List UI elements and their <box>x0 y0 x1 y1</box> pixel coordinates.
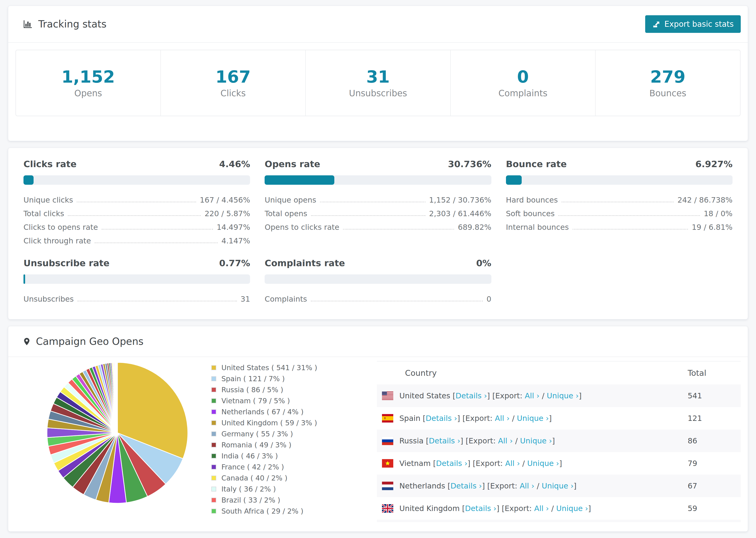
geo-table-header-country: Country <box>377 368 688 378</box>
stat-box-unsubscribes: 31 Unsubscribes <box>305 50 450 116</box>
geo-table-column: Country Total United States [Details ›] … <box>377 361 741 522</box>
legend-swatch <box>211 409 216 414</box>
stat-label: Complaints <box>451 88 595 98</box>
legend-swatch <box>211 464 216 469</box>
stat-box-bounces: 279 Bounces <box>595 50 740 116</box>
export-all-link[interactable]: All › <box>534 504 549 513</box>
rate-progress-track <box>265 175 491 185</box>
export-all-link[interactable]: All › <box>525 391 540 400</box>
rate-detail-value: 18 / 0% <box>704 209 732 218</box>
geo-opens-title-text: Campaign Geo Opens <box>36 336 143 347</box>
country-total: 79 <box>688 459 741 468</box>
legend-item: South Africa ( 29 / 2% ) <box>211 507 377 515</box>
legend-swatch <box>211 376 216 381</box>
export-basic-stats-button[interactable]: Export basic stats <box>645 15 741 33</box>
legend-label: United States ( 541 / 31% ) <box>221 364 317 372</box>
rate-detail-label: Soft bounces <box>506 209 555 218</box>
dotted-leader <box>77 202 196 202</box>
rate-section-bounce-rate: Bounce rate 6.927% Hard bounces 242 / 86… <box>506 159 732 250</box>
export-unique-link[interactable]: Unique › <box>517 414 549 423</box>
stat-box-complaints: 0 Complaints <box>450 50 595 116</box>
legend-item: Germany ( 55 / 3% ) <box>211 430 377 438</box>
legend-swatch <box>211 420 216 425</box>
legend-item: Spain ( 121 / 7% ) <box>211 375 377 383</box>
export-all-link[interactable]: All › <box>495 414 510 423</box>
geo-opens-card: Campaign Geo Opens United States ( 541 /… <box>8 326 748 532</box>
country-name: Spain <box>399 414 420 423</box>
rate-detail-value: 242 / 86.738% <box>677 195 732 204</box>
dotted-leader <box>320 202 425 202</box>
rate-progress-fill <box>265 175 334 185</box>
flag-es-icon <box>382 414 393 422</box>
legend-label: Spain ( 121 / 7% ) <box>221 375 285 383</box>
dotted-leader <box>68 215 201 216</box>
export-all-link[interactable]: All › <box>498 436 513 445</box>
legend-item: Canada ( 40 / 2% ) <box>211 474 377 482</box>
country-name: United Kingdom <box>399 504 460 513</box>
rates-card: Clicks rate 4.46% Unique clicks 167 / 4.… <box>8 148 748 319</box>
details-link[interactable]: Details › <box>451 481 482 490</box>
export-all-link[interactable]: All › <box>505 459 520 468</box>
legend-swatch <box>211 487 216 492</box>
legend-item: Italy ( 36 / 2% ) <box>211 485 377 493</box>
legend-label: Brazil ( 33 / 2% ) <box>221 496 280 504</box>
geo-table-clip: Country Total United States [Details ›] … <box>377 361 741 522</box>
legend-swatch <box>211 498 216 503</box>
export-unique-link[interactable]: Unique › <box>556 504 588 513</box>
details-link[interactable]: Details › <box>465 504 497 513</box>
rate-detail-row: Unsubscribes 31 <box>24 295 250 303</box>
rate-detail-row: Hard bounces 242 / 86.738% <box>506 195 732 204</box>
legend-swatch <box>211 431 216 436</box>
geo-table-row-vn: Vietnam [Details ›] [Export: All › / Uni… <box>377 452 741 475</box>
rate-detail-value: 14.497% <box>217 223 250 232</box>
geo-opens-pie-chart <box>46 361 189 505</box>
rate-detail-row: Clicks to opens rate 14.497% <box>24 223 250 232</box>
rate-detail-label: Total opens <box>265 209 307 218</box>
rate-title: Clicks rate <box>24 159 77 169</box>
rate-section-opens-rate: Opens rate 30.736% Unique opens 1,152 / … <box>265 159 491 250</box>
stat-value: 1,152 <box>16 67 160 87</box>
export-all-link[interactable]: All › <box>519 481 534 490</box>
details-link[interactable]: Details › <box>429 436 460 445</box>
rate-detail-value: 220 / 5.87% <box>204 209 250 218</box>
export-unique-link[interactable]: Unique › <box>542 481 573 490</box>
geo-table-row-us: United States [Details ›] [Export: All ›… <box>377 385 741 407</box>
stat-value: 0 <box>451 67 595 87</box>
rate-detail-value: 167 / 4.456% <box>200 195 250 204</box>
legend-label: Germany ( 55 / 3% ) <box>221 430 293 438</box>
rate-detail-label: Internal bounces <box>506 223 569 232</box>
tracking-stats-card: Tracking stats Export basic stats 1,152 … <box>8 6 748 141</box>
dotted-leader <box>558 215 700 216</box>
details-link[interactable]: Details › <box>436 459 467 468</box>
export-button-label: Export basic stats <box>665 20 734 28</box>
flag-vn-icon <box>382 459 393 467</box>
stats-summary-row: 1,152 Opens 167 Clicks 31 Unsubscribes 0… <box>16 50 740 116</box>
details-link[interactable]: Details › <box>456 391 487 400</box>
geo-table-row-ru: Russia [Details ›] [Export: All › / Uniq… <box>377 430 741 452</box>
rate-section-complaints-rate: Complaints rate 0% Complaints 0 <box>265 258 491 308</box>
export-unique-link[interactable]: Unique › <box>527 459 559 468</box>
details-link[interactable]: Details › <box>426 414 457 423</box>
country-name: Vietnam <box>399 459 431 468</box>
geo-table-row-gb: United Kingdom [Details ›] [Export: All … <box>377 497 741 520</box>
dashboard-page: Tracking stats Export basic stats 1,152 … <box>0 0 756 532</box>
legend-swatch <box>211 509 216 513</box>
rate-detail-label: Clicks to opens rate <box>24 223 98 232</box>
rate-detail-value: 689.82% <box>458 223 491 232</box>
rate-title: Complaints rate <box>265 258 345 268</box>
tracking-stats-header: Tracking stats Export basic stats <box>8 6 748 43</box>
rate-title: Bounce rate <box>506 159 567 169</box>
export-unique-link[interactable]: Unique › <box>547 391 579 400</box>
dotted-leader <box>311 301 483 301</box>
geo-opens-body: United States ( 541 / 31% ) Spain ( 121 … <box>8 357 748 531</box>
rate-progress-fill <box>506 175 522 185</box>
stat-box-clicks: 167 Clicks <box>160 50 305 116</box>
legend-label: France ( 42 / 2% ) <box>221 463 284 471</box>
rate-detail-label: Opens to clicks rate <box>265 223 339 232</box>
country-total: 59 <box>688 504 741 513</box>
geo-table-row-nl: Netherlands [Details ›] [Export: All › /… <box>377 475 741 497</box>
geo-opens-header: Campaign Geo Opens <box>8 326 748 357</box>
export-unique-link[interactable]: Unique › <box>520 436 552 445</box>
rate-detail-value: 4.147% <box>221 237 250 245</box>
dotted-leader <box>562 202 674 202</box>
